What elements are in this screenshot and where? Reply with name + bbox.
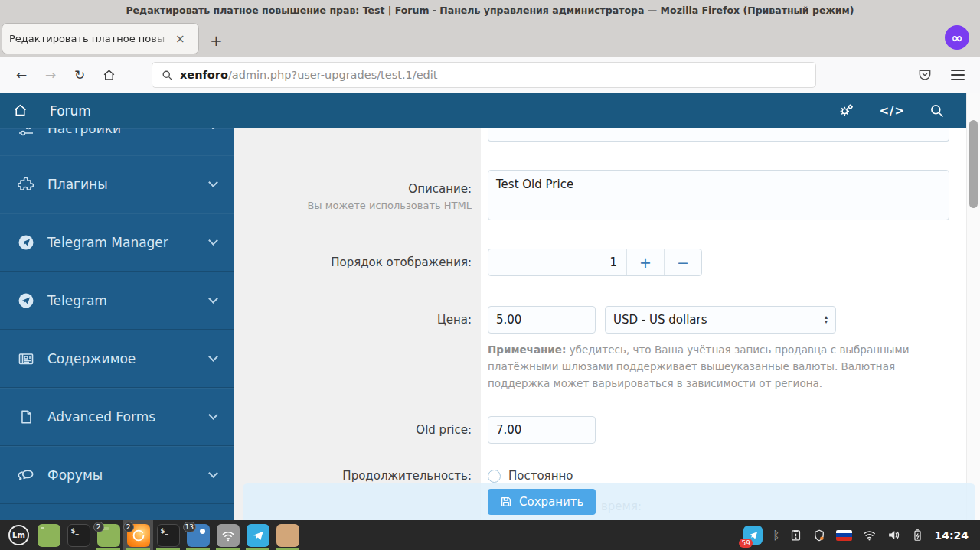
partial-input[interactable] <box>488 128 949 142</box>
increment-button[interactable]: + <box>626 249 664 275</box>
taskbar-chat-window[interactable]: 13 <box>183 520 213 550</box>
volume-icon[interactable] <box>887 528 901 542</box>
chevron-down-icon <box>208 352 218 362</box>
tab-close-icon[interactable]: × <box>174 32 187 46</box>
admin-page: Forum </> Настройки Плагины Telegram Man… <box>0 93 980 520</box>
sidebar-item-advanced-forms[interactable]: Advanced Forms <box>0 388 234 446</box>
sidebar-item-forums[interactable]: Форумы <box>0 446 234 504</box>
sidebar-item-telegram-manager[interactable]: Telegram Manager <box>0 213 234 272</box>
terminal-icon: $_ <box>67 524 90 547</box>
taskbar-telegram-window[interactable] <box>243 520 273 550</box>
old-price-input[interactable] <box>488 416 596 444</box>
page-scrollbar[interactable] <box>966 93 980 520</box>
price-label: Цена: <box>234 313 472 327</box>
home-button[interactable] <box>96 63 121 87</box>
scrollbar-thumb[interactable] <box>969 120 978 208</box>
terminal-icon: $_ <box>157 524 180 547</box>
description-textarea[interactable]: Test Old Price <box>488 170 949 220</box>
admin-home-icon[interactable] <box>12 103 28 119</box>
taskbar-terminal-launcher[interactable]: $_ <box>64 520 93 550</box>
tab-strip: Редактировать платное повы × + ∞ <box>0 20 980 57</box>
sidebar-item-label: Telegram Manager <box>47 235 210 250</box>
keyboard-layout-flag-ru[interactable] <box>836 530 852 541</box>
telegram-icon <box>247 524 270 547</box>
window-title: Редактировать платное повышение прав: Te… <box>126 5 854 16</box>
sidebar-item-plugins[interactable]: Плагины <box>0 155 234 213</box>
sidebar-item-label: Telegram <box>47 293 210 308</box>
sidebar-item-telegram[interactable]: Telegram <box>0 272 234 330</box>
pocket-icon[interactable] <box>917 67 933 83</box>
display-order-stepper: 1 + − <box>488 249 702 276</box>
wifi-status-icon[interactable] <box>862 528 877 542</box>
permanent-radio-label: Постоянно <box>508 469 573 483</box>
code-icon[interactable]: </> <box>879 104 905 118</box>
decrement-button[interactable]: − <box>664 249 701 275</box>
display-order-label: Порядок отображения: <box>234 255 472 269</box>
url-bar[interactable]: xenforo/admin.php?user-upgrades/test.1/e… <box>152 62 816 88</box>
mint-menu-button[interactable]: Lm <box>4 520 34 550</box>
menu-icon[interactable] <box>951 70 965 80</box>
window-titlebar: Редактировать платное повышение прав: Te… <box>0 0 980 20</box>
page-body: Настройки Плагины Telegram Manager Teleg… <box>0 128 980 520</box>
sidebar-item-label: Плагины <box>47 177 210 192</box>
taskbar-firefox-window[interactable]: 2 <box>123 520 153 550</box>
bluetooth-icon[interactable]: ᛒ <box>773 529 779 542</box>
chevron-down-icon <box>208 410 218 420</box>
taskbar-terminal-window[interactable]: $_ <box>153 520 183 550</box>
row-price: Цена: USD - US dollars ▴▾ <box>234 306 980 334</box>
shield-update-icon[interactable] <box>812 529 826 542</box>
taskbar-desktop-button[interactable] <box>34 520 64 550</box>
taskbar-notes-window[interactable] <box>273 520 302 550</box>
sidebar-item-label: Advanced Forms <box>47 409 210 425</box>
save-icon <box>500 496 512 508</box>
taskbar: Lm $_ 2 2 $_ 13 <box>0 520 980 550</box>
reload-button[interactable]: ↻ <box>67 63 92 87</box>
url-path: /admin.php?user-upgrades/test.1/edit <box>228 69 438 81</box>
taskbar-network-window[interactable] <box>213 520 243 550</box>
back-button[interactable]: ← <box>9 63 34 87</box>
url-text: xenforo/admin.php?user-upgrades/test.1/e… <box>180 69 437 81</box>
price-note-title: Примечание: <box>488 343 566 356</box>
permanent-radio[interactable] <box>488 470 501 483</box>
browser-toolbar: ← → ↻ xenforo/admin.php?user-upgrades/te… <box>0 57 980 93</box>
price-input[interactable] <box>488 306 596 334</box>
clipboard-icon[interactable] <box>789 529 802 542</box>
settings-gears-icon[interactable] <box>838 103 854 119</box>
sidebar-item-content[interactable]: Содержимое <box>0 330 234 388</box>
taskbar-files-window[interactable]: 2 <box>93 520 123 550</box>
browser-tab[interactable]: Редактировать платное повы × <box>2 23 199 54</box>
files-window-count-badge: 2 <box>93 522 104 532</box>
row-price-note: Примечание: убедитесь, что Ваша учётная … <box>234 334 980 392</box>
notes-icon <box>276 524 299 547</box>
puzzle-icon <box>15 175 36 194</box>
sidebar-item-settings[interactable]: Настройки <box>0 128 234 155</box>
display-order-input[interactable]: 1 <box>488 249 626 275</box>
forward-button[interactable]: → <box>38 63 63 87</box>
tray-telegram-icon[interactable]: 59 <box>743 526 763 545</box>
currency-select[interactable]: USD - US dollars ▴▾ <box>605 306 836 334</box>
chevron-down-icon <box>208 128 218 129</box>
mint-logo-icon: Lm <box>8 525 29 545</box>
sidebar-item-label: Содержимое <box>47 351 210 366</box>
row-description: Описание: Вы можете использовать HTML Te… <box>234 170 980 223</box>
old-price-label: Old price: <box>234 423 472 437</box>
save-button-label: Сохранить <box>519 495 583 509</box>
system-tray: 59 ᛒ 14:24 <box>743 526 976 545</box>
row-old-price: Old price: <box>234 416 980 444</box>
admin-tools: </> <box>838 103 945 119</box>
chevron-down-icon <box>208 236 218 246</box>
battery-charging-icon[interactable] <box>911 529 924 542</box>
admin-search-icon[interactable] <box>929 103 945 119</box>
private-browsing-icon: ∞ <box>945 25 969 50</box>
taskbar-clock[interactable]: 14:24 <box>934 529 969 542</box>
telegram-icon <box>15 233 36 252</box>
forum-brand[interactable]: Forum <box>50 103 91 119</box>
telegram-unread-badge: 59 <box>739 539 752 548</box>
folder-icon: 2 <box>97 524 120 547</box>
new-tab-button[interactable]: + <box>210 33 223 48</box>
search-icon <box>162 70 173 81</box>
save-button[interactable]: Сохранить <box>488 489 596 515</box>
row-duration: Продолжительность: Постоянно <box>234 469 980 483</box>
chevron-down-icon <box>208 294 218 304</box>
chat-count-badge: 13 <box>183 522 196 532</box>
